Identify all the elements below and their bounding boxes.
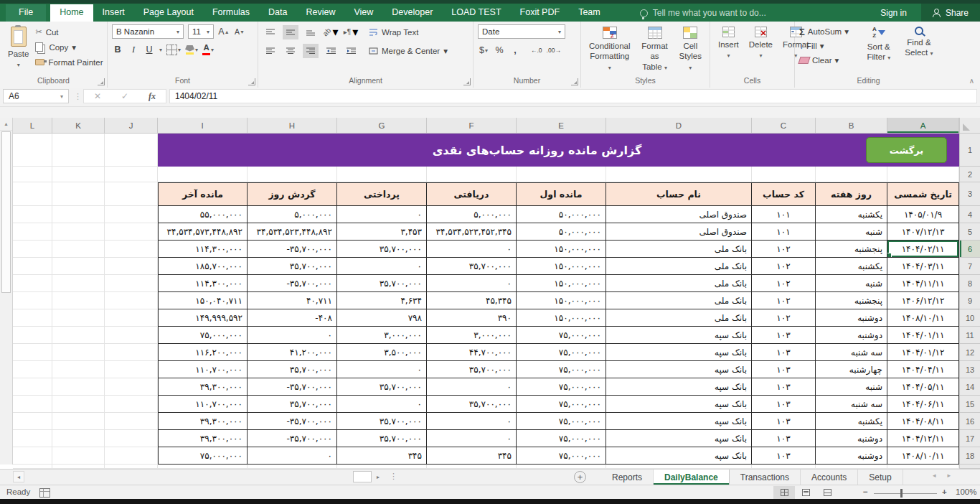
cell-C10[interactable]: ۱۰۲ (752, 309, 816, 327)
sheet-tab-setup[interactable]: Setup (858, 470, 903, 485)
cell-K11[interactable] (52, 327, 105, 344)
row-header-6[interactable]: 6 (959, 241, 980, 258)
cell-A8[interactable]: ۱۴۰۴/۱۱/۱۱ (887, 275, 959, 292)
sheet-tab-transactions[interactable]: Transactions (730, 470, 801, 485)
cell-K12[interactable] (52, 344, 105, 361)
cell-J10[interactable] (105, 309, 158, 327)
column-header-D[interactable]: D (606, 118, 752, 134)
ribbon-tab-team[interactable]: Team (569, 4, 610, 22)
cell-L17[interactable] (13, 430, 52, 447)
cell-I11[interactable]: ۷۵,۰۰۰,۰۰۰ (158, 327, 248, 344)
cell-F4[interactable]: ۵,۰۰۰,۰۰۰ (427, 206, 517, 223)
conditional-formatting-button[interactable]: ≠ Conditional Formatting ▾ (585, 24, 634, 75)
splitter-dots-icon[interactable]: ⋮ (390, 472, 397, 481)
copy-button[interactable]: Copy▾ (35, 39, 103, 55)
page-break-view-button[interactable] (816, 486, 838, 499)
cell-A9[interactable]: ۱۴۰۶/۱۲/۱۲ (887, 292, 959, 309)
grow-font-button[interactable]: A▲ (218, 24, 230, 39)
cell-I13[interactable]: ۱۱۰,۷۰۰,۰۰۰ (158, 361, 248, 378)
cell-L9[interactable] (13, 292, 52, 309)
cell-L1[interactable] (13, 134, 52, 167)
cell-C6[interactable]: ۱۰۲ (752, 241, 816, 258)
number-dialog-launcher[interactable] (571, 78, 578, 85)
cell-K14[interactable] (52, 378, 105, 396)
cell-J3[interactable] (105, 182, 158, 206)
cell-H15[interactable]: ۳۵,۷۰۰,۰۰۰ (248, 396, 337, 413)
hscroll-left-button[interactable]: ◂ (13, 471, 24, 482)
cell-F7[interactable]: ۳۵,۷۰۰,۰۰۰ (427, 258, 517, 275)
cell-F16[interactable]: ۰ (427, 413, 517, 430)
cell-L6[interactable] (13, 241, 52, 258)
ribbon-tab-insert[interactable]: Insert (93, 4, 134, 22)
cell-K9[interactable] (52, 292, 105, 309)
cell-H5[interactable]: ۳۴,۵۳۴,۵۲۳,۴۴۸,۸۹۲ (248, 223, 337, 241)
sheet-tab-dailybalance[interactable]: DailyBalance (654, 470, 730, 485)
cell-G15[interactable]: ۰ (337, 396, 427, 413)
cell-L2[interactable] (13, 167, 52, 182)
borders-button[interactable]: ▾ (166, 42, 181, 57)
cell-A2[interactable] (887, 167, 959, 182)
row-header-4[interactable]: 4 (959, 206, 980, 223)
cell-G10[interactable]: ۷۹۸ (337, 309, 427, 327)
scroll-up-button[interactable]: ▴ (0, 118, 12, 131)
ribbon-tab-developer[interactable]: Developer (382, 4, 442, 22)
cell-H6[interactable]: -۳۵,۷۰۰,۰۰۰ (248, 241, 337, 258)
cell-I12[interactable]: ۱۱۶,۲۰۰,۰۰۰ (158, 344, 248, 361)
column-header-G[interactable]: G (337, 118, 427, 134)
format-as-table-button[interactable]: Format as Table ▾ (637, 24, 673, 75)
cell-D12[interactable]: بانک سپه (606, 344, 752, 361)
cell-L10[interactable] (13, 309, 52, 327)
row-header-10[interactable]: 10 (959, 309, 980, 327)
cell-D10[interactable]: بانک ملی (606, 309, 752, 327)
cell-E15[interactable]: ۷۵,۰۰۰,۰۰۰ (517, 396, 606, 413)
cell-K5[interactable] (52, 223, 105, 241)
cell-B6[interactable]: پنجشنبه (816, 241, 887, 258)
new-sheet-button[interactable]: + (574, 471, 586, 483)
row-header-15[interactable]: 15 (959, 396, 980, 413)
cell-E18[interactable]: ۷۵,۰۰۰,۰۰۰ (517, 447, 606, 465)
cell-D11[interactable]: بانک سپه (606, 327, 752, 344)
cell-B16[interactable]: یکشنبه (816, 413, 887, 430)
cell-H2[interactable] (248, 167, 337, 182)
row-header-5[interactable]: 5 (959, 223, 980, 241)
cell-J15[interactable] (105, 396, 158, 413)
cell-J4[interactable] (105, 206, 158, 223)
cell-A4[interactable]: ۱۴۰۵/۰۱/۹ (887, 206, 959, 223)
cell-L5[interactable] (13, 223, 52, 241)
cell-H14[interactable]: -۳۵,۷۰۰,۰۰۰ (248, 378, 337, 396)
cell-E4[interactable]: ۵۰,۰۰۰,۰۰۰ (517, 206, 606, 223)
cell-B5[interactable]: شنبه (816, 223, 887, 241)
cell-G13[interactable]: ۰ (337, 361, 427, 378)
cell-L12[interactable] (13, 344, 52, 361)
increase-decimal-button[interactable]: ←.0 (531, 47, 542, 54)
sort-filter-button[interactable]: AZ Sort & Filter ▾ (860, 24, 897, 75)
header-cell-E3[interactable]: مانده اول (517, 182, 606, 206)
row-header-3[interactable]: 3 (959, 182, 980, 206)
cell-I2[interactable] (158, 167, 248, 182)
cell-G9[interactable]: ۴,۶۳۴ (337, 292, 427, 309)
cell-H18[interactable]: ۰ (248, 447, 337, 465)
cell-A7[interactable]: ۱۴۰۴/۰۳/۱۱ (887, 258, 959, 275)
row-header-1[interactable]: 1 (959, 134, 980, 167)
cell-J14[interactable] (105, 378, 158, 396)
name-box[interactable]: A6▾ (3, 89, 69, 103)
header-cell-D3[interactable]: نام حساب (606, 182, 752, 206)
cell-L18[interactable] (13, 447, 52, 465)
cell-C18[interactable]: ۱۰۳ (752, 447, 816, 465)
header-cell-H3[interactable]: گردش روز (248, 182, 337, 206)
cell-D9[interactable]: بانک ملی (606, 292, 752, 309)
font-dialog-launcher[interactable] (248, 78, 255, 85)
shrink-font-button[interactable]: A▼ (234, 24, 245, 39)
sheet-tab-reports[interactable]: Reports (601, 470, 654, 485)
cell-I9[interactable]: ۱۵۰,۰۴۰,۷۱۱ (158, 292, 248, 309)
ribbon-tab-formulas[interactable]: Formulas (203, 4, 259, 22)
cell-I17[interactable]: ۳۹,۳۰۰,۰۰۰ (158, 430, 248, 447)
column-header-F[interactable]: F (427, 118, 517, 134)
percent-style-button[interactable]: % (494, 43, 505, 57)
insert-function-button[interactable]: fx (138, 91, 166, 102)
cell-B4[interactable]: یکشنبه (816, 206, 887, 223)
column-header-K[interactable]: K (52, 118, 105, 134)
cell-A10[interactable]: ۱۴۰۸/۱۰/۱۱ (887, 309, 959, 327)
cell-K7[interactable] (52, 258, 105, 275)
paste-button[interactable]: Paste▾ (4, 24, 32, 75)
